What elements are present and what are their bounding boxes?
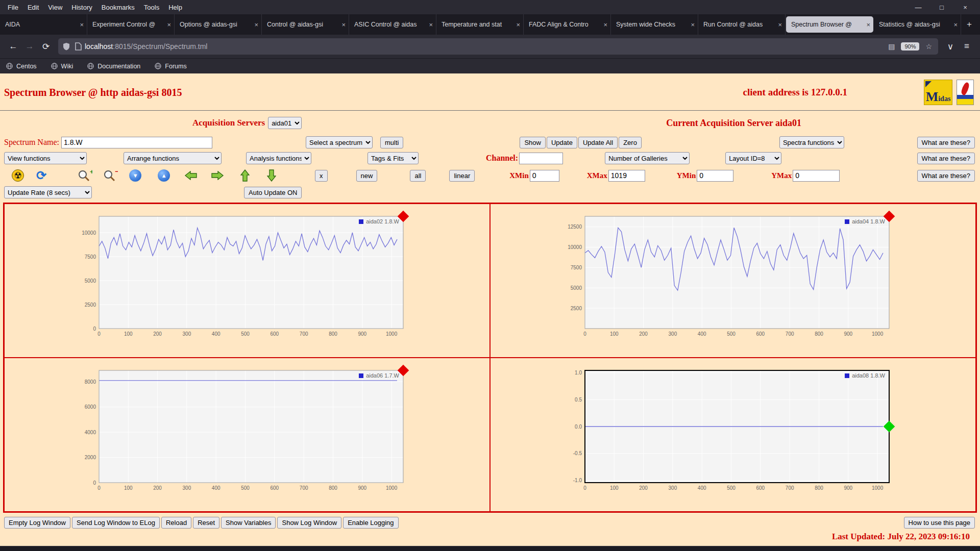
linear-button[interactable]: linear <box>449 170 475 182</box>
tab-experiment-control[interactable]: Experiment Control @× <box>87 14 175 35</box>
reset-button[interactable]: Reset <box>193 517 219 529</box>
view-functions-select[interactable]: View functions <box>4 152 87 164</box>
bookmark-documentation[interactable]: Documentation <box>87 63 140 70</box>
zoom-in-icon[interactable]: + <box>77 169 92 182</box>
tab-spectrum-browser[interactable]: Spectrum Browser @× <box>786 16 873 33</box>
midas-logo[interactable]: Midas <box>924 80 952 105</box>
select-a-spectrum[interactable]: Select a spectrum <box>306 136 373 148</box>
what-are-these-button-1[interactable]: What are these? <box>917 137 975 148</box>
chart-box[interactable]: 01002003004005006007008009001000-1.0-0.5… <box>559 365 896 494</box>
what-are-these-button-3[interactable]: What are these? <box>917 170 975 182</box>
bookmark-forums[interactable]: Forums <box>155 63 186 70</box>
tab-aida[interactable]: AIDA× <box>0 14 87 35</box>
minimize-icon[interactable]: — <box>906 0 930 14</box>
empty-log-window-button[interactable]: Empty Log Window <box>4 517 70 529</box>
ymax-input[interactable] <box>793 170 840 182</box>
spectrum-plot[interactable]: 01002003004005006007008009001000-1.0-0.5… <box>559 365 896 494</box>
compress-y-icon[interactable]: ▼ <box>129 169 141 182</box>
spectrum-plot[interactable]: 0100200300400500600700800900100025005000… <box>559 211 896 340</box>
layout-id-select[interactable]: Layout ID=8 <box>725 152 781 164</box>
maximize-icon[interactable]: □ <box>930 0 953 14</box>
chart-box[interactable]: 0100200300400500600700800900100002500500… <box>74 211 410 340</box>
tab-asic-control-aidas[interactable]: ASIC Control @ aidas× <box>349 14 436 35</box>
show-variables-button[interactable]: Show Variables <box>221 517 276 529</box>
tab-control-aidas-gsi[interactable]: Control @ aidas-gsi× <box>262 14 349 35</box>
zero-button[interactable]: Zero <box>619 137 642 148</box>
reload-icon[interactable]: ⟳ <box>38 39 54 54</box>
multi-button[interactable]: multi <box>380 137 403 148</box>
expand-y-icon[interactable]: ▲ <box>158 169 170 182</box>
tab-close-icon[interactable]: × <box>866 21 870 29</box>
how-to-use-button[interactable]: How to use this page <box>904 517 975 529</box>
menu-view[interactable]: View <box>43 2 67 13</box>
tab-options-aidas-gsi[interactable]: Options @ aidas-gsi× <box>175 14 262 35</box>
refresh-icon[interactable]: ⟳ <box>36 169 46 182</box>
new-button[interactable]: new <box>356 170 378 182</box>
forward-icon[interactable]: → <box>21 39 38 54</box>
move-right-icon[interactable] <box>211 171 224 180</box>
spectrum-name-input[interactable] <box>61 137 212 148</box>
analysis-functions-select[interactable]: Analysis functions <box>246 152 311 164</box>
xmin-input[interactable] <box>530 170 559 182</box>
move-up-icon[interactable] <box>240 169 250 182</box>
what-are-these-button-2[interactable]: What are these? <box>917 153 975 164</box>
tab-system-wide-checks[interactable]: System wide Checks× <box>611 14 698 35</box>
url-bar[interactable]: localhost:8015/Spectrum/Spectrum.tml ▤ 9… <box>58 38 938 55</box>
show-log-window-button[interactable]: Show Log Window <box>277 517 341 529</box>
ymin-input[interactable] <box>697 170 733 182</box>
tab-close-icon[interactable]: × <box>341 21 346 29</box>
back-icon[interactable]: ← <box>5 39 21 54</box>
new-tab-button[interactable]: + <box>961 14 977 35</box>
tab-statistics-aidas-gsi[interactable]: Statistics @ aidas-gsi× <box>874 14 961 35</box>
tab-run-control-aidas[interactable]: Run Control @ aidas× <box>698 14 786 35</box>
chart-cell[interactable]: 0100200300400500600700800900100002000400… <box>4 358 490 512</box>
hamburger-menu-icon[interactable]: ≡ <box>959 39 975 54</box>
tab-close-icon[interactable]: × <box>516 21 520 29</box>
zoom-out-icon[interactable]: − <box>103 169 118 182</box>
menu-help[interactable]: Help <box>164 2 187 13</box>
zoom-level-badge[interactable]: 90% <box>901 42 919 51</box>
spectrum-plot[interactable]: 0100200300400500600700800900100002000400… <box>74 365 410 494</box>
update-rate-select[interactable]: Update Rate (8 secs) <box>4 186 92 198</box>
show-button[interactable]: Show <box>520 137 546 148</box>
site-identity-page-icon[interactable] <box>75 42 82 51</box>
update-all-button[interactable]: Update All <box>578 137 618 148</box>
menu-bookmarks[interactable]: Bookmarks <box>97 2 139 13</box>
channel-input[interactable] <box>519 153 563 164</box>
tab-close-icon[interactable]: × <box>691 21 695 29</box>
update-button[interactable]: Update <box>547 137 577 148</box>
xmax-input[interactable] <box>608 170 645 182</box>
tab-close-icon[interactable]: × <box>778 21 782 29</box>
tcl-powered-logo[interactable] <box>957 80 974 105</box>
bookmark-centos[interactable]: Centos <box>6 63 37 70</box>
auto-update-button[interactable]: Auto Update ON <box>244 187 302 198</box>
chart-cell[interactable]: 0100200300400500600700800900100002500500… <box>4 204 490 358</box>
x-button[interactable]: x <box>315 170 328 182</box>
close-icon[interactable]: × <box>953 0 977 14</box>
move-left-icon[interactable] <box>184 171 198 180</box>
spectrum-plot[interactable]: 0100200300400500600700800900100002500500… <box>74 211 410 340</box>
tab-close-icon[interactable]: × <box>80 21 84 29</box>
tab-close-icon[interactable]: × <box>167 21 171 29</box>
arrange-functions-select[interactable]: Arrange functions <box>124 152 222 164</box>
tab-fadc-align-contro[interactable]: FADC Align & Contro× <box>524 14 611 35</box>
reader-mode-icon[interactable]: ▤ <box>888 42 895 51</box>
tracking-shield-icon[interactable] <box>62 42 70 51</box>
enable-logging-button[interactable]: Enable Logging <box>343 517 398 529</box>
radiation-icon[interactable]: ☢ <box>12 169 24 182</box>
chart-cell[interactable]: 01002003004005006007008009001000-1.0-0.5… <box>490 358 976 512</box>
spectra-functions-select[interactable]: Spectra functions <box>779 136 844 148</box>
tab-close-icon[interactable]: × <box>953 21 958 29</box>
menu-history[interactable]: History <box>67 2 96 13</box>
send-log-window-to-elog-button[interactable]: Send Log Window to ELog <box>72 517 160 529</box>
menu-edit[interactable]: Edit <box>23 2 43 13</box>
menu-file[interactable]: File <box>3 2 23 13</box>
number-of-galleries-select[interactable]: Number of Galleries <box>605 152 690 164</box>
chart-box[interactable]: 0100200300400500600700800900100025005000… <box>559 211 896 340</box>
chart-box[interactable]: 0100200300400500600700800900100002000400… <box>74 365 410 494</box>
move-down-icon[interactable] <box>267 169 276 182</box>
tab-close-icon[interactable]: × <box>603 21 607 29</box>
tags-fits-select[interactable]: Tags & Fits <box>368 152 419 164</box>
tab-close-icon[interactable]: × <box>254 21 258 29</box>
acquisition-server-select[interactable]: aida01 <box>268 117 302 129</box>
